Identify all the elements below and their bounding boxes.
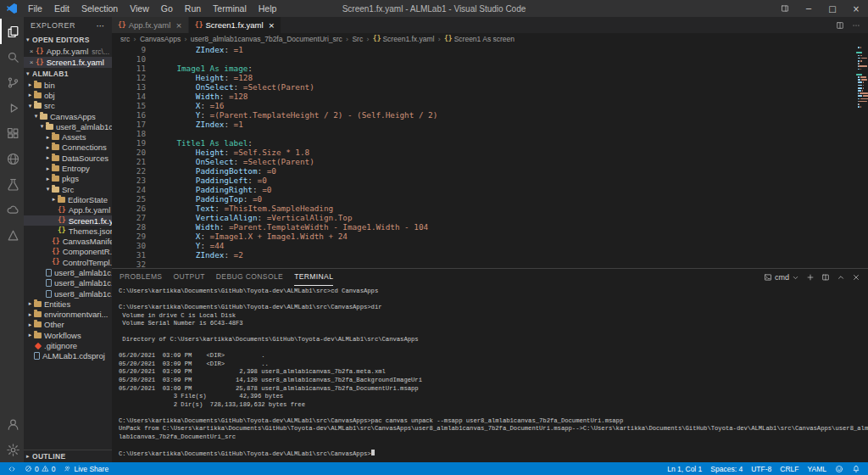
live-share-button[interactable]: Live Share	[59, 462, 113, 475]
close-window-button[interactable]: ×	[844, 0, 868, 17]
activity-power-platform[interactable]	[0, 222, 24, 248]
tree-item-datasources[interactable]: ▸DataSources	[24, 153, 112, 163]
maximize-panel-icon[interactable]	[837, 273, 845, 282]
activity-source-control[interactable]	[0, 70, 24, 95]
views-more-actions-icon[interactable]: ⋯	[97, 21, 106, 31]
tree-item-src[interactable]: ▾Src	[24, 184, 112, 194]
code-line[interactable]: 17 ZIndex: =1	[112, 120, 854, 129]
code-line[interactable]: 27 VerticalAlign: =VerticalAlign.Top	[112, 213, 854, 222]
close-editor-icon[interactable]: ×	[27, 48, 36, 55]
activity-settings[interactable]	[0, 437, 24, 462]
menu-selection[interactable]: Selection	[75, 0, 124, 17]
workspace-header[interactable]: ▾ ALMLAB1	[24, 68, 112, 80]
tree-item-pkgs[interactable]: ▸pkgs	[24, 174, 112, 184]
activity-run-debug[interactable]	[0, 95, 24, 120]
tree-item-src[interactable]: ▾src	[24, 101, 112, 111]
split-terminal-icon[interactable]	[821, 273, 830, 282]
close-tab-icon[interactable]: ×	[269, 21, 275, 30]
menu-file[interactable]: File	[22, 0, 48, 17]
tree-item-almlab1-cdsproj[interactable]: ALMLab1.cdsproj	[24, 351, 112, 361]
code-line[interactable]: 9 ZIndex: =1	[112, 45, 854, 54]
feedback-button[interactable]	[831, 465, 848, 473]
code-line[interactable]: 25 PaddingTop: =0	[112, 194, 854, 204]
tree-item-screen1-fx-y[interactable]: {}Screen1.fx.y...	[24, 215, 112, 226]
tree-item-controltempl[interactable]: {}ControlTempl...	[24, 257, 112, 267]
panel-tab-debug-console[interactable]: DEBUG CONSOLE	[216, 269, 283, 286]
tab-app-fx-yaml[interactable]: {}App.fx.yaml×	[112, 17, 189, 33]
terminal-selector[interactable]: cmd	[764, 273, 799, 282]
tree-item-entropy[interactable]: ▸Entropy	[24, 163, 112, 173]
code-line[interactable]: 12 Height: =128	[112, 73, 854, 82]
tree-item-app-fx-yaml[interactable]: {}App.fx.yaml	[24, 205, 112, 215]
code-line[interactable]: 23 PaddingLeft: =0	[112, 176, 854, 185]
activity-extensions[interactable]	[0, 120, 24, 146]
tree-item-connections[interactable]: ▸Connections	[24, 142, 112, 153]
breadcrumb-item-src[interactable]: Src	[352, 35, 363, 43]
breadcrumb-item-canvasapps[interactable]: CanvasApps	[140, 35, 181, 43]
notifications-button[interactable]	[848, 465, 865, 473]
cursor-position[interactable]: Ln 1, Col 1	[663, 465, 706, 473]
panel-tab-output[interactable]: OUTPUT	[173, 269, 204, 286]
close-editor-icon[interactable]: ×	[27, 59, 36, 66]
code-line[interactable]: 22 PaddingBottom: =0	[112, 166, 854, 176]
tree-item-user8-almlab1c[interactable]: ▾user8_almlab1c...	[24, 121, 112, 131]
code-line[interactable]: 15 X: =16	[112, 101, 854, 110]
menu-edit[interactable]: Edit	[48, 0, 75, 17]
menu-run[interactable]: Run	[179, 0, 207, 17]
tree-item-componentr[interactable]: {}ComponentR...	[24, 247, 112, 257]
panel-tab-problems[interactable]: PROBLEMS	[120, 269, 162, 286]
code-line[interactable]: 13 OnSelect: =Select(Parent)	[112, 82, 854, 92]
code-line[interactable]: 29 X: =Image1.X + Image1.Width + 24	[112, 232, 854, 241]
menu-view[interactable]: View	[124, 0, 155, 17]
activity-account[interactable]	[0, 411, 24, 437]
code-line[interactable]: 10	[112, 54, 854, 64]
tree-item-bin[interactable]: ▸bin	[24, 80, 112, 90]
close-tab-icon[interactable]: ×	[175, 21, 182, 30]
code-line[interactable]: 14 Width: =128	[112, 92, 854, 101]
tree-item-other[interactable]: ▸Other	[24, 320, 112, 330]
activity-search[interactable]	[0, 44, 24, 70]
tree-item-user8-almlab1c[interactable]: user8_almlab1c...	[24, 278, 112, 288]
tree-item-gitignore[interactable]: .gitignore	[24, 340, 112, 350]
tree-item-entities[interactable]: ▸Entities	[24, 299, 112, 309]
code-line[interactable]: 16 Y: =(Parent.TemplateHeight / 2) - (Se…	[112, 110, 854, 120]
minimize-button[interactable]: ─	[797, 0, 821, 17]
outline-header[interactable]: ▸ OUTLINE	[24, 450, 112, 462]
activity-remote-explorer[interactable]	[0, 146, 24, 171]
tree-item-editorstate[interactable]: ▸EditorState	[24, 194, 112, 204]
new-terminal-icon[interactable]	[806, 273, 815, 282]
tree-item-environmentvari[interactable]: ▸environmentvari...	[24, 310, 112, 320]
breadcrumb-item-src[interactable]: src	[120, 35, 130, 43]
eol-status[interactable]: CRLF	[776, 465, 803, 473]
code-line[interactable]: 20 Height: =Self.Size * 1.8	[112, 148, 854, 157]
activity-explorer[interactable]	[0, 19, 24, 44]
problems-status[interactable]: 0 0	[20, 462, 59, 475]
code-line[interactable]: 32	[112, 260, 854, 268]
menu-help[interactable]: Help	[253, 0, 283, 17]
code-line[interactable]: 30 Y: =44	[112, 241, 854, 250]
open-editors-header[interactable]: ▾ OPEN EDITORS	[24, 34, 112, 46]
layout-toggle-icon[interactable]	[781, 4, 789, 13]
indentation-status[interactable]: Spaces: 4	[706, 465, 747, 473]
open-editor-screen1-fx-yaml[interactable]: ×{}Screen1.fx.yaml	[24, 57, 112, 68]
language-mode[interactable]: YAML	[803, 465, 831, 473]
tree-item-user8-almlab1c[interactable]: user8_almlab1c...	[24, 288, 112, 299]
tree-item-themes-json[interactable]: {}Themes.json	[24, 226, 112, 236]
tree-item-canvasmanifes[interactable]: {}CanvasManifes...	[24, 236, 112, 246]
tab-screen1-fx-yaml[interactable]: {}Screen1.fx.yaml×	[189, 17, 281, 33]
breadcrumb-item-user8-almlab1canvas-7b2fa-documenturi-src[interactable]: user8_almlab1canvas_7b2fa_DocumentUri_sr…	[191, 35, 342, 43]
code-line[interactable]: 31 ZIndex: =2	[112, 250, 854, 260]
code-line[interactable]: 28 Width: =Parent.TemplateWidth - Image1…	[112, 222, 854, 232]
tree-item-obj[interactable]: ▸obj	[24, 90, 112, 100]
open-editor-app-fx-yaml[interactable]: ×{}App.fx.yamlsrc\...	[24, 46, 112, 57]
code-line[interactable]: 26 Text: =ThisItem.SampleHeading	[112, 204, 854, 213]
code-line[interactable]: 21 OnSelect: =Select(Parent)	[112, 157, 854, 166]
minimap[interactable]	[854, 45, 868, 268]
tree-item-user8-almlab1c[interactable]: user8_almlab1c...	[24, 267, 112, 277]
activity-test-explorer[interactable]	[0, 171, 24, 197]
maximize-button[interactable]: □	[821, 0, 844, 17]
code-line[interactable]: 24 PaddingRight: =0	[112, 185, 854, 194]
code-line[interactable]: 19 Title1 As label:	[112, 138, 854, 148]
terminal-output[interactable]: C:\Users\kartikka\Documents\GitHub\Toyot…	[112, 286, 868, 462]
code-line[interactable]: 18	[112, 129, 854, 138]
